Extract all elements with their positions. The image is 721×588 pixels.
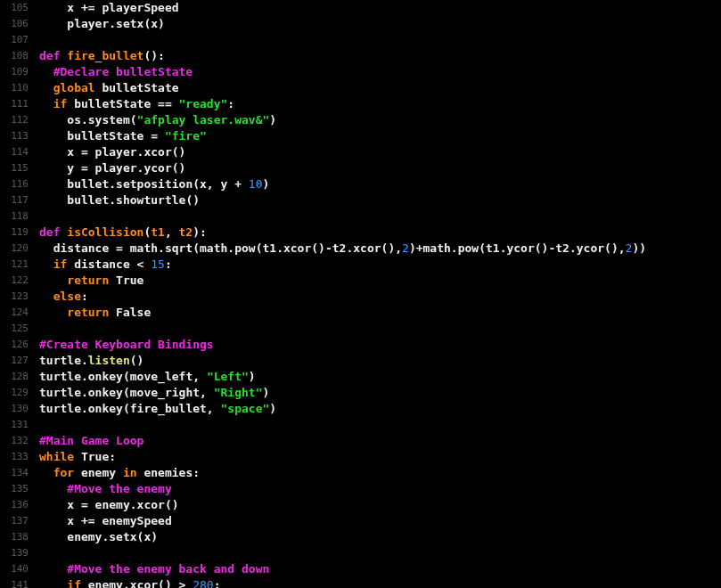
token-op: () — [172, 161, 186, 175]
code-line[interactable]: turtle.onkey(move_left, "Left") — [39, 369, 721, 385]
code-line[interactable]: return True — [39, 273, 721, 289]
token-id: t2 — [555, 241, 569, 255]
code-line[interactable] — [39, 417, 721, 433]
line-number: 108 — [4, 48, 29, 64]
code-line[interactable]: if distance < 15: — [39, 257, 721, 273]
token-id: x — [39, 498, 81, 511]
token-op: (), — [381, 241, 402, 255]
token-def: def — [39, 49, 67, 62]
token-op: : — [165, 257, 172, 271]
token-op: . — [81, 113, 88, 127]
code-line[interactable]: x += playerSpeed — [39, 0, 721, 16]
line-number: 127 — [4, 353, 29, 369]
code-area[interactable]: x += playerSpeed player.setx(x)def fire_… — [36, 0, 721, 588]
token-mid: setx — [116, 17, 143, 30]
token-id: bulletState — [95, 81, 179, 94]
token-id: enemy — [88, 498, 130, 511]
code-line[interactable]: turtle.listen() — [39, 353, 721, 369]
token-mid: setposition — [116, 177, 193, 191]
code-line[interactable]: while True: — [39, 449, 721, 465]
token-kw: return — [67, 274, 109, 287]
code-line[interactable]: #Main Game Loop — [39, 433, 721, 449]
code-line[interactable]: if enemy.xcor() > 280: — [39, 577, 721, 588]
token-id: t1 — [486, 241, 500, 255]
token-str: "afplay laser.wav&" — [137, 113, 270, 127]
code-line[interactable]: for enemy in enemies: — [39, 465, 721, 481]
line-number: 125 — [4, 321, 29, 337]
token-op: . — [81, 402, 88, 415]
code-line[interactable] — [39, 208, 721, 225]
token-op: () — [130, 354, 144, 367]
token-id: enemySpeed — [95, 514, 172, 527]
token-id: player — [88, 145, 137, 159]
code-line[interactable]: bulletState = "fire" — [39, 128, 721, 144]
token-id — [109, 274, 116, 287]
token-id — [39, 482, 67, 495]
token-id: playerSpeed — [95, 1, 179, 14]
token-num: 280 — [193, 578, 213, 588]
token-id: turtle — [39, 370, 81, 383]
code-line[interactable]: def fire_bullet(): — [39, 48, 721, 64]
token-mid: onkey — [88, 386, 123, 399]
token-op: () — [158, 578, 178, 588]
token-id — [39, 65, 53, 78]
token-id: bullet — [39, 193, 109, 207]
token-op: : — [214, 578, 221, 588]
code-line[interactable]: x = player.xcor() — [39, 144, 721, 160]
code-line[interactable]: bullet.setposition(x, y + 10) — [39, 176, 721, 192]
code-line[interactable]: #Move the enemy back and down — [39, 561, 721, 577]
line-number: 113 — [4, 128, 29, 144]
token-op: . — [276, 241, 283, 255]
token-id: bulletState — [67, 97, 158, 110]
token-op: . — [109, 177, 116, 191]
token-bool: True — [116, 274, 143, 287]
code-line[interactable]: x = enemy.xcor() — [39, 497, 721, 513]
code-line[interactable]: #Declare bulletState — [39, 64, 721, 80]
code-line[interactable]: bullet.showturtle() — [39, 192, 721, 208]
code-line[interactable] — [39, 32, 721, 48]
code-line[interactable]: if bulletState == "ready": — [39, 96, 721, 112]
token-id: fire_bullet — [130, 402, 207, 415]
token-id: x — [39, 145, 81, 159]
token-op: () — [165, 498, 179, 511]
code-line[interactable] — [39, 321, 721, 337]
token-kw: return — [67, 306, 109, 319]
code-line[interactable]: else: — [39, 289, 721, 305]
code-editor[interactable]: 1051061071081091101111121131141151161171… — [0, 0, 721, 588]
code-line[interactable]: turtle.onkey(fire_bullet, "space") — [39, 401, 721, 417]
token-fn: fire_bullet — [67, 49, 143, 62]
code-line[interactable] — [39, 545, 721, 561]
code-line[interactable]: #Create Keyboard Bindings — [39, 337, 721, 353]
code-line[interactable]: global bulletState — [39, 80, 721, 96]
token-id: t1 — [262, 241, 276, 255]
line-number: 122 — [4, 273, 29, 289]
token-id: move_left — [130, 370, 193, 383]
token-id — [39, 466, 53, 479]
token-id — [158, 129, 165, 143]
line-number: 118 — [4, 208, 29, 225]
code-line[interactable]: turtle.onkey(move_right, "Right") — [39, 385, 721, 401]
token-op: )) — [632, 241, 646, 255]
token-op: . — [227, 241, 234, 255]
token-num: 10 — [249, 177, 263, 191]
token-mid: ycor — [577, 241, 604, 255]
token-bool: False — [116, 306, 151, 319]
code-line[interactable]: return False — [39, 305, 721, 321]
code-line[interactable]: #Move the enemy — [39, 481, 721, 497]
token-op: . — [158, 241, 165, 255]
token-mid: ycor — [143, 161, 171, 175]
token-id: y — [39, 161, 81, 175]
line-number: 115 — [4, 160, 29, 176]
code-line[interactable]: def isCollision(t1, t2): — [39, 225, 721, 241]
code-line[interactable]: x += enemySpeed — [39, 513, 721, 529]
token-id — [39, 274, 67, 287]
code-line[interactable]: player.setx(x) — [39, 16, 721, 32]
code-line[interactable]: distance = math.sqrt(math.pow(t1.xcor()-… — [39, 241, 721, 257]
token-op: . — [109, 193, 116, 207]
code-line[interactable]: enemy.setx(x) — [39, 529, 721, 545]
code-line[interactable]: os.system("afplay laser.wav&") — [39, 112, 721, 128]
code-line[interactable]: y = player.ycor() — [39, 160, 721, 176]
token-id: bulletState — [39, 129, 151, 143]
token-id — [39, 290, 53, 303]
token-str: "Right" — [214, 386, 263, 399]
